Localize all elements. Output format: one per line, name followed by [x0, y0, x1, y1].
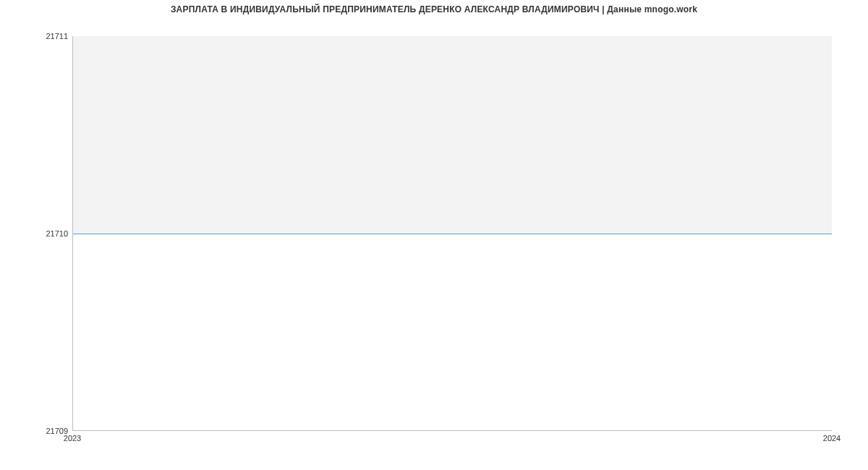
y-tick-21709: 21709	[3, 427, 68, 435]
plot-area	[72, 36, 832, 431]
x-tick-2023: 2023	[64, 434, 81, 443]
y-tick-21710: 21710	[3, 229, 68, 238]
series-area	[73, 36, 832, 234]
y-tick-21711: 21711	[3, 32, 68, 40]
salary-chart: ЗАРПЛАТА В ИНДИВИДУАЛЬНЫЙ ПРЕДПРИНИМАТЕЛ…	[0, 0, 868, 470]
series-line	[73, 234, 832, 234]
chart-title: ЗАРПЛАТА В ИНДИВИДУАЛЬНЫЙ ПРЕДПРИНИМАТЕЛ…	[0, 4, 868, 14]
x-tick-2024: 2024	[823, 434, 841, 443]
